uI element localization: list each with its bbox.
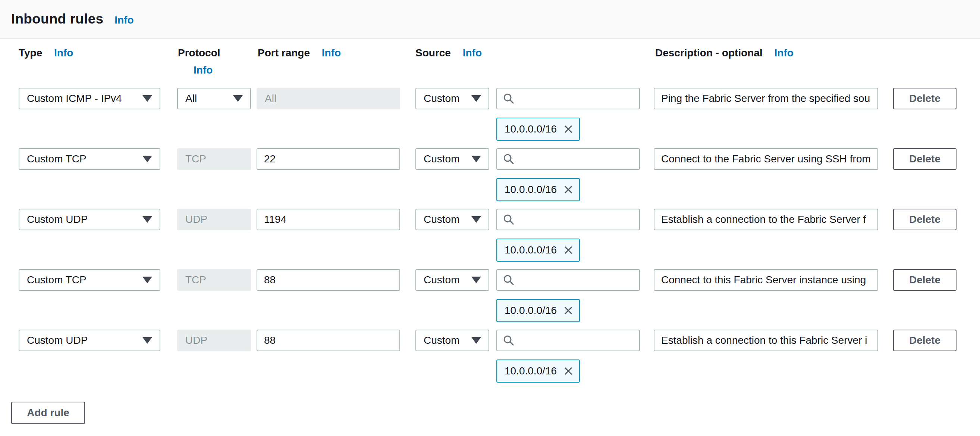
source-search-input[interactable] [496,269,640,291]
description-input[interactable] [654,88,878,109]
source-type-select[interactable]: Custom [415,269,489,291]
source-type-select-value: Custom [424,334,460,347]
inbound-rule-row-2: Custom TCP TCP Custom Delete 10.0.0.0/16 [0,148,980,209]
description-field [654,148,878,170]
description-input[interactable] [654,148,878,170]
delete-rule-button[interactable]: Delete [893,269,956,291]
source-type-select[interactable]: Custom [415,209,489,230]
protocol-info-link[interactable]: Info [194,64,213,76]
source-cidr-tag: 10.0.0.0/16 [496,359,580,383]
type-select-value: Custom UDP [27,214,88,225]
source-cidr-tag-label: 10.0.0.0/16 [504,365,557,377]
description-field [654,269,878,291]
inbound-rules-header: Inbound rules Info [0,0,980,39]
description-input[interactable] [654,209,878,230]
type-select-value: Custom TCP [27,274,86,286]
source-type-select-value: Custom [424,153,460,165]
description-field [654,88,878,109]
chevron-down-icon [142,95,152,102]
type-select-value: Custom ICMP - IPv4 [27,93,122,104]
type-select-value: Custom UDP [27,334,88,347]
source-search [496,209,640,230]
chevron-down-icon [471,216,481,223]
source-search-input[interactable] [496,330,640,351]
source-cidr-tag-label: 10.0.0.0/16 [504,244,557,256]
inbound-rule-row-1: Custom ICMP - IPv4 All All Custom Delete… [0,88,980,148]
protocol-disabled-field: TCP [177,148,251,170]
port-range-input[interactable] [256,209,400,230]
protocol-value: UDP [185,334,207,347]
protocol-select[interactable]: All [177,88,251,109]
type-info-link[interactable]: Info [54,47,73,59]
source-search [496,148,640,170]
type-select[interactable]: Custom UDP [19,330,160,351]
description-field [654,330,878,351]
type-select-value: Custom TCP [27,153,86,165]
source-cidr-tag: 10.0.0.0/16 [496,118,580,141]
source-type-select[interactable]: Custom [415,148,489,170]
source-type-select[interactable]: Custom [415,88,489,109]
description-field [654,209,878,230]
source-search-input[interactable] [496,88,640,109]
port-range-info-link[interactable]: Info [322,47,341,59]
close-icon[interactable] [563,123,574,135]
protocol-disabled-field: UDP [177,209,251,230]
port-range-value: All [265,93,276,104]
chevron-down-icon [142,156,152,162]
source-cidr-tag: 10.0.0.0/16 [496,299,580,322]
source-cidr-tag: 10.0.0.0/16 [496,238,580,262]
chevron-down-icon [142,276,152,283]
close-icon[interactable] [563,184,574,195]
type-select[interactable]: Custom TCP [19,269,160,291]
port-range-disabled-field: All [256,88,400,109]
delete-rule-button[interactable]: Delete [893,209,956,230]
delete-rule-button[interactable]: Delete [893,148,956,170]
type-column-label: Type [19,47,42,59]
source-column-label: Source [415,47,451,59]
description-input[interactable] [654,330,878,351]
protocol-column-label: Protocol [178,47,220,59]
source-type-select-value: Custom [424,274,460,286]
inbound-rules-info-link[interactable]: Info [115,14,134,26]
chevron-down-icon [471,95,481,102]
port-range-input[interactable] [256,148,400,170]
type-select[interactable]: Custom TCP [19,148,160,170]
chevron-down-icon [142,216,152,223]
source-type-select[interactable]: Custom [415,330,489,351]
description-input[interactable] [654,269,878,291]
source-cidr-tag: 10.0.0.0/16 [496,178,580,201]
column-header-type: Type Info [19,47,73,59]
chevron-down-icon [471,156,481,162]
chevron-down-icon [233,95,243,102]
port-range-input[interactable] [256,330,400,351]
inbound-rule-row-5: Custom UDP UDP Custom Delete 10.0.0.0/16 [0,330,980,390]
port-range-field [256,148,400,170]
type-select[interactable]: Custom UDP [19,209,160,230]
source-search [496,269,640,291]
column-header-protocol: Protocol Info [178,47,220,76]
source-search-input[interactable] [496,209,640,230]
protocol-disabled-field: TCP [177,269,251,291]
source-info-link[interactable]: Info [463,47,482,59]
add-rule-button[interactable]: Add rule [11,402,85,424]
column-header-description: Description - optional Info [655,47,794,59]
inbound-rule-row-4: Custom TCP TCP Custom Delete 10.0.0.0/16 [0,269,980,330]
description-info-link[interactable]: Info [775,47,794,59]
protocol-value: TCP [185,274,206,286]
column-header-port-range: Port range Info [258,47,341,59]
close-icon[interactable] [563,244,574,256]
source-cidr-tag-label: 10.0.0.0/16 [504,184,557,196]
protocol-disabled-field: UDP [177,330,251,351]
close-icon[interactable] [563,366,574,377]
description-column-label: Description - optional [655,47,763,59]
protocol-select-value: All [185,93,197,104]
source-search [496,330,640,351]
type-select[interactable]: Custom ICMP - IPv4 [19,88,160,109]
delete-rule-button[interactable]: Delete [893,88,956,109]
source-search-input[interactable] [496,148,640,170]
chevron-down-icon [471,276,481,283]
port-range-input[interactable] [256,269,400,291]
delete-rule-button[interactable]: Delete [893,330,956,351]
chevron-down-icon [471,337,481,344]
close-icon[interactable] [563,305,574,316]
